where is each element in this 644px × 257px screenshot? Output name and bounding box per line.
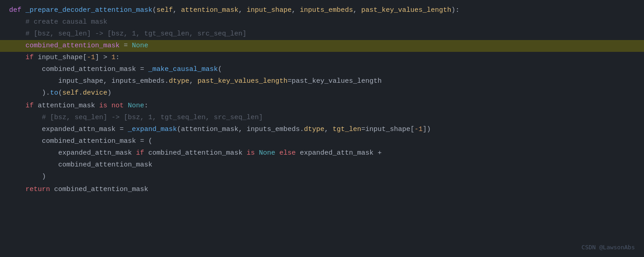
code-line: combined_attention_mask = None — [0, 40, 644, 52]
code-token — [9, 54, 25, 61]
code-token: ( — [218, 66, 222, 73]
code-token — [9, 149, 58, 157]
code-token: past_key_values_length — [292, 77, 382, 85]
code-line: if attention_mask is not None: — [0, 100, 644, 112]
code-token: dtype — [304, 126, 324, 133]
code-token: combined_attention_mask — [144, 149, 247, 157]
code-token — [9, 77, 58, 85]
code-token: else — [279, 149, 296, 157]
code-token: = — [287, 77, 292, 85]
code-token — [9, 161, 58, 169]
code-line: combined_attention_mask = _make_causal_m… — [0, 64, 644, 76]
code-token: combined_attention_mask — [50, 186, 148, 193]
code-token: expanded_attn_mask — [42, 126, 116, 133]
code-token: _expand_mask — [128, 126, 177, 133]
code-token — [9, 137, 42, 145]
code-token: None — [255, 149, 279, 157]
code-line: expanded_attn_mask if combined_attention… — [0, 147, 644, 159]
code-token: = — [120, 42, 132, 50]
code-token — [9, 186, 25, 193]
code-token: = — [116, 126, 128, 133]
code-token — [9, 18, 25, 26]
code-token: inputs_embeds — [111, 77, 165, 85]
line-content: combined_attention_mask = _make_causal_m… — [0, 64, 222, 75]
code-token: 1 — [111, 54, 116, 61]
code-token — [9, 42, 25, 50]
code-token — [9, 66, 42, 73]
code-token — [9, 30, 25, 38]
code-token — [9, 89, 42, 97]
code-token: self — [156, 6, 173, 14]
code-token: self — [62, 89, 79, 97]
code-line: combined_attention_mask = ( — [0, 136, 644, 147]
code-token: . — [79, 89, 83, 97]
code-token: _make_causal_mask — [148, 66, 218, 73]
code-token: ): — [451, 6, 459, 14]
line-content: expanded_attn_mask if combined_attention… — [0, 148, 382, 159]
code-token: , — [173, 6, 181, 14]
line-content: expanded_attn_mask = _expand_mask(attent… — [0, 124, 431, 135]
code-token: if — [25, 54, 34, 61]
code-token: past_key_values_length — [361, 6, 451, 14]
watermark: CSDN @LawsonAbs — [582, 243, 635, 252]
code-token: , — [238, 6, 247, 14]
code-token — [9, 102, 25, 110]
code-token: None — [124, 102, 144, 110]
code-token: inputs_embeds — [247, 126, 300, 133]
code-token: combined_attention_mask — [42, 66, 136, 73]
code-token: -1 — [414, 126, 423, 133]
code-line: ).to(self.device) — [0, 87, 644, 99]
code-token: # create causal mask — [25, 18, 107, 26]
code-token: input_shape[ — [34, 54, 87, 61]
code-token: ]) — [423, 126, 431, 133]
code-token: combined_attention_mask — [58, 161, 152, 169]
code-token: . — [300, 126, 304, 133]
code-token: ( — [177, 126, 181, 133]
code-token: if — [136, 149, 144, 157]
code-token: , — [238, 126, 247, 133]
code-token: expanded_attn_mask + — [296, 149, 382, 157]
code-token: = ( — [136, 137, 152, 145]
line-content: combined_attention_mask — [0, 160, 152, 171]
code-token: is — [247, 149, 255, 157]
code-token: : — [144, 102, 148, 110]
code-token: # [bsz, seq_len] -> [bsz, 1, tgt_seq_len… — [42, 114, 263, 121]
code-line: combined_attention_mask — [0, 159, 644, 171]
code-token — [9, 126, 42, 133]
code-line: # [bsz, seq_len] -> [bsz, 1, tgt_seq_len… — [0, 28, 644, 40]
line-content: ) — [0, 171, 46, 182]
code-line: # create causal mask — [0, 16, 644, 28]
line-content: # [bsz, seq_len] -> [bsz, 1, tgt_seq_len… — [0, 29, 247, 40]
code-token: input_shape — [247, 6, 292, 14]
code-token: . — [165, 77, 169, 85]
code-line: # [bsz, seq_len] -> [bsz, 1, tgt_seq_len… — [0, 112, 644, 124]
code-token: if — [25, 102, 34, 110]
code-token: ) — [42, 173, 46, 181]
code-line: if input_shape[-1] > 1: — [0, 52, 644, 64]
code-token: expanded_attn_mask — [58, 149, 132, 157]
code-token: input_shape[ — [365, 126, 414, 133]
code-token: tgt_len — [332, 126, 361, 133]
code-token: attention_mask — [181, 126, 238, 133]
line-content: if attention_mask is not None: — [0, 101, 148, 111]
code-token: = — [136, 66, 148, 73]
code-token: ( — [58, 89, 62, 97]
code-viewer: def _prepare_decoder_attention_mask(self… — [0, 0, 644, 257]
code-token — [9, 114, 42, 121]
line-content: if input_shape[-1] > 1: — [0, 52, 120, 63]
code-token: ] > — [95, 54, 111, 61]
code-token: = — [361, 126, 365, 133]
code-token: , — [103, 77, 111, 85]
line-content: # [bsz, seq_len] -> [bsz, 1, tgt_seq_len… — [0, 112, 263, 123]
code-token: input_shape — [58, 77, 103, 85]
code-token: attention_mask — [34, 102, 99, 110]
code-token: def — [9, 6, 25, 14]
code-token: _prepare_decoder_attention_mask — [25, 6, 152, 14]
code-token: ) — [107, 89, 111, 97]
code-token — [9, 173, 42, 181]
code-line: def _prepare_decoder_attention_mask(self… — [0, 5, 644, 16]
code-token — [132, 149, 136, 157]
code-token: , — [324, 126, 332, 133]
code-token: inputs_embeds — [300, 6, 353, 14]
code-token: combined_attention_mask — [42, 137, 136, 145]
